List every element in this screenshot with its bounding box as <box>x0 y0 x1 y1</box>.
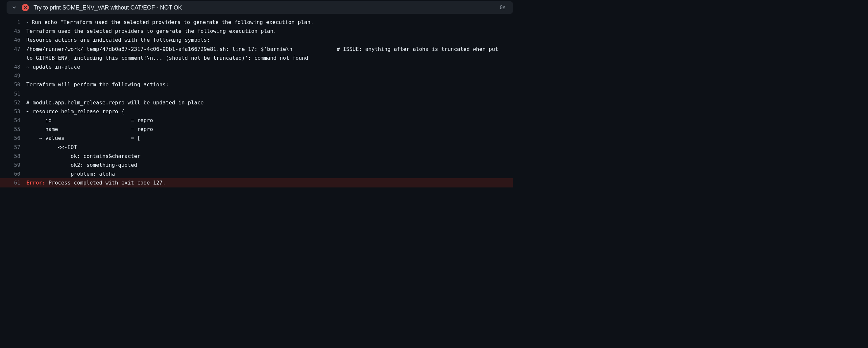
log-line[interactable]: 47/home/runner/work/_temp/47db0a87-2317-… <box>14 45 513 62</box>
log-line[interactable]: 46Resource actions are indicated with th… <box>14 35 513 44</box>
line-number[interactable]: 54 <box>14 116 26 125</box>
line-number[interactable]: 52 <box>14 98 26 107</box>
line-content: ok: contains&character <box>26 152 513 161</box>
line-content: # module.app.helm_release.repro will be … <box>26 98 513 107</box>
log-line[interactable]: 53~ resource helm_release repro { <box>14 107 513 116</box>
line-content: <<-EOT <box>26 143 513 152</box>
line-content: ok2: something-quoted <box>26 161 513 169</box>
line-content: /home/runner/work/_temp/47db0a87-2317-4c… <box>26 45 513 62</box>
log-line[interactable]: 51 <box>14 89 513 98</box>
line-number[interactable]: 45 <box>14 27 26 35</box>
line-content: id = repro <box>26 116 513 125</box>
log-line[interactable]: 58 ok: contains&character <box>14 152 513 161</box>
line-content: ~ resource helm_release repro { <box>26 107 513 116</box>
line-number[interactable]: 51 <box>14 89 26 98</box>
step-duration: 0s <box>500 5 508 10</box>
line-number[interactable]: 59 <box>14 161 26 169</box>
log-line[interactable]: 59 ok2: something-quoted <box>14 161 513 169</box>
line-number[interactable]: 48 <box>14 62 26 71</box>
line-content: problem: aloha <box>26 169 513 178</box>
line-number[interactable]: 61 <box>14 178 26 187</box>
log-line[interactable]: 45Terraform used the selected providers … <box>14 27 513 35</box>
line-number[interactable]: 56 <box>14 134 26 142</box>
log-line[interactable]: 61Error: Process completed with exit cod… <box>0 178 513 187</box>
line-content: Run echo "Terraform used the selected pr… <box>26 18 513 27</box>
log-line[interactable]: 54 id = repro <box>14 116 513 125</box>
log-output: 1Run echo "Terraform used the selected p… <box>7 16 513 187</box>
log-line[interactable]: 50Terraform will perform the following a… <box>14 80 513 89</box>
log-line[interactable]: 57 <<-EOT <box>14 143 513 152</box>
log-container: Try to print SOME_ENV_VAR without CAT/EO… <box>0 1 513 187</box>
line-number[interactable]: 57 <box>14 143 26 152</box>
log-line[interactable]: 49 <box>14 71 513 80</box>
line-content: Resource actions are indicated with the … <box>26 35 513 44</box>
chevron-down-icon[interactable] <box>11 5 17 10</box>
log-line[interactable]: 52# module.app.helm_release.repro will b… <box>14 98 513 107</box>
line-number[interactable]: 53 <box>14 107 26 116</box>
log-line[interactable]: 56 ~ values = [ <box>14 134 513 142</box>
log-line[interactable]: 48~ update in-place <box>14 62 513 71</box>
line-number[interactable]: 49 <box>14 71 26 80</box>
line-number[interactable]: 47 <box>14 45 26 54</box>
line-content: Terraform used the selected providers to… <box>26 27 513 35</box>
line-number[interactable]: 50 <box>14 80 26 89</box>
line-number[interactable]: 55 <box>14 125 26 134</box>
line-content: ~ values = [ <box>26 134 513 142</box>
line-content: ~ update in-place <box>26 62 513 71</box>
line-number[interactable]: 60 <box>14 169 26 178</box>
error-status-icon <box>22 4 29 11</box>
log-line[interactable]: 60 problem: aloha <box>14 169 513 178</box>
step-header[interactable]: Try to print SOME_ENV_VAR without CAT/EO… <box>7 1 513 14</box>
step-title: Try to print SOME_ENV_VAR without CAT/EO… <box>34 4 495 11</box>
line-content: name = repro <box>26 125 513 134</box>
line-number[interactable]: 1 <box>14 18 26 27</box>
log-line[interactable]: 1Run echo "Terraform used the selected p… <box>14 18 513 27</box>
line-text: Process completed with exit code 127. <box>45 180 166 186</box>
line-content: Error: Process completed with exit code … <box>26 178 513 187</box>
line-content: Terraform will perform the following act… <box>26 80 513 89</box>
log-line[interactable]: 55 name = repro <box>14 125 513 134</box>
line-number[interactable]: 46 <box>14 35 26 44</box>
error-label: Error: <box>26 180 45 186</box>
line-number[interactable]: 58 <box>14 152 26 161</box>
